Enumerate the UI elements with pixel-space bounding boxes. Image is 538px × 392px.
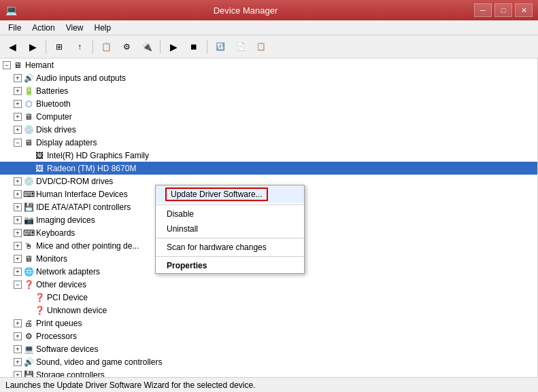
status-bar: Launches the Update Driver Software Wiza… bbox=[0, 377, 538, 392]
tree-item-other[interactable]: − ❓ Other devices bbox=[0, 278, 537, 291]
sound-icon: 🔊 bbox=[23, 357, 34, 368]
toolbar-sep4 bbox=[207, 40, 207, 54]
hid-icon: ⌨ bbox=[23, 189, 34, 200]
toolbar-help[interactable]: ▶ bbox=[164, 38, 183, 56]
tree-item-bluetooth[interactable]: + ⬡ Bluetooth bbox=[0, 97, 537, 110]
expand-sound[interactable]: + bbox=[14, 358, 22, 366]
tree-item-unknown[interactable]: ❓ Unknown device bbox=[0, 304, 537, 317]
tree-item-software[interactable]: + 💻 Software devices bbox=[0, 342, 537, 355]
tree-label-display: Display adapters bbox=[36, 138, 97, 147]
tree-label-sound: Sound, video and game controllers bbox=[36, 357, 162, 367]
expand-disk[interactable]: + bbox=[14, 126, 22, 134]
ctx-disable[interactable]: Disable bbox=[156, 207, 304, 221]
toolbar-update[interactable]: ↑ bbox=[70, 38, 89, 56]
expand-storage[interactable]: + bbox=[14, 371, 22, 378]
ctx-update-driver[interactable]: Update Driver Software... bbox=[156, 185, 304, 203]
tree-item-computer[interactable]: + 🖥 Computer bbox=[0, 110, 537, 123]
ctx-update-driver-label: Update Driver Software... bbox=[165, 188, 268, 201]
tree-item-display[interactable]: − 🖥 Display adapters bbox=[0, 136, 537, 149]
radeon-icon: 🖼 bbox=[34, 163, 45, 174]
expand-print[interactable]: + bbox=[14, 319, 22, 327]
toolbar-add[interactable]: ⚙ bbox=[117, 38, 136, 56]
tree-label-dvd: DVD/CD-ROM drives bbox=[36, 177, 113, 186]
expand-batteries[interactable]: + bbox=[14, 87, 22, 95]
toolbar-stop[interactable]: ⏹ bbox=[184, 38, 203, 56]
expand-dvd[interactable]: + bbox=[14, 177, 22, 185]
toolbar-scan[interactable]: 📋 bbox=[97, 38, 116, 56]
tree-label-imaging: Imaging devices bbox=[36, 215, 95, 225]
menu-view[interactable]: View bbox=[61, 22, 89, 34]
expand-ide[interactable]: + bbox=[14, 203, 22, 211]
expand-imaging[interactable]: + bbox=[14, 216, 22, 224]
expand-processors[interactable]: + bbox=[14, 332, 22, 340]
expand-monitors[interactable]: + bbox=[14, 255, 22, 263]
toolbar-view1[interactable]: 📄 bbox=[231, 38, 250, 56]
expand-hid[interactable]: + bbox=[14, 190, 22, 198]
minimize-button[interactable]: ─ bbox=[474, 3, 492, 17]
tree-label-mice: Mice and other pointing de... bbox=[36, 241, 139, 251]
batteries-icon: 🔋 bbox=[23, 86, 34, 96]
tree-item-batteries[interactable]: + 🔋 Batteries bbox=[0, 84, 537, 97]
toolbar-scan2[interactable]: 🔃 bbox=[211, 38, 230, 56]
toolbar-view2[interactable]: 📋 bbox=[252, 38, 271, 56]
keyboards-icon: ⌨ bbox=[23, 228, 34, 238]
tree-item-audio[interactable]: + 🔊 Audio inputs and outputs bbox=[0, 71, 537, 84]
tree-label-software: Software devices bbox=[36, 344, 98, 354]
tree-label-monitors: Monitors bbox=[36, 254, 67, 264]
tree-panel[interactable]: − 🖥 Hemant + 🔊 Audio inputs and outputs … bbox=[0, 58, 538, 377]
tree-label-print: Print queues bbox=[36, 319, 82, 328]
tree-item-pci[interactable]: ❓ PCI Device bbox=[0, 291, 537, 304]
toolbar-properties[interactable]: ⊞ bbox=[50, 38, 69, 56]
expand-software[interactable]: + bbox=[14, 345, 22, 353]
menu-action[interactable]: Action bbox=[27, 22, 60, 34]
tree-item-processors[interactable]: + ⚙ Processors bbox=[0, 329, 537, 342]
dvd-icon: 💿 bbox=[23, 176, 34, 187]
intel-icon: 🖼 bbox=[34, 150, 45, 161]
tree-item-intel[interactable]: 🖼 Intel(R) HD Graphics Family bbox=[0, 149, 537, 162]
ctx-sep3 bbox=[156, 256, 304, 257]
imaging-icon: 📷 bbox=[23, 215, 34, 226]
bluetooth-icon: ⬡ bbox=[23, 99, 34, 109]
expand-other[interactable]: − bbox=[14, 281, 22, 289]
software-icon: 💻 bbox=[23, 344, 34, 355]
tree-label-other: Other devices bbox=[36, 280, 86, 289]
ctx-scan[interactable]: Scan for hardware changes bbox=[156, 240, 304, 255]
toolbar-remove[interactable]: 🔌 bbox=[137, 38, 156, 56]
toolbar-sep2 bbox=[93, 40, 93, 54]
tree-root[interactable]: − 🖥 Hemant bbox=[0, 58, 537, 71]
tree-label-batteries: Batteries bbox=[36, 86, 68, 96]
tree-label-intel: Intel(R) HD Graphics Family bbox=[47, 151, 149, 160]
pci-icon: ❓ bbox=[34, 292, 45, 303]
expand-root[interactable]: − bbox=[3, 61, 11, 69]
expand-display[interactable]: − bbox=[14, 139, 22, 147]
menu-help[interactable]: Help bbox=[89, 22, 117, 34]
expand-mice[interactable]: + bbox=[14, 242, 22, 250]
ide-icon: 💾 bbox=[23, 202, 34, 213]
toolbar-forward[interactable]: ▶ bbox=[23, 38, 42, 56]
tree-item-sound[interactable]: + 🔊 Sound, video and game controllers bbox=[0, 355, 537, 368]
expand-network[interactable]: + bbox=[14, 268, 22, 276]
tree-item-print[interactable]: + 🖨 Print queues bbox=[0, 317, 537, 329]
ctx-properties[interactable]: Properties bbox=[156, 258, 304, 273]
storage-icon: 💾 bbox=[23, 370, 34, 378]
tree-item-storage[interactable]: + 💾 Storage controllers bbox=[0, 368, 537, 377]
ctx-uninstall[interactable]: Uninstall bbox=[156, 221, 304, 236]
expand-audio[interactable]: + bbox=[14, 74, 22, 82]
menu-file[interactable]: File bbox=[3, 22, 27, 34]
toolbar: ◀ ▶ ⊞ ↑ 📋 ⚙ 🔌 ▶ ⏹ 🔃 📄 📋 bbox=[0, 35, 538, 58]
tree-label-storage: Storage controllers bbox=[36, 370, 105, 378]
tree-item-disk[interactable]: + 💿 Disk drives bbox=[0, 123, 537, 136]
expand-keyboards[interactable]: + bbox=[14, 229, 22, 237]
tree-item-radeon[interactable]: 🖼 Radeon (TM) HD 8670M bbox=[0, 162, 537, 175]
close-button[interactable]: ✕ bbox=[515, 3, 533, 17]
expand-bluetooth[interactable]: + bbox=[14, 100, 22, 108]
maximize-button[interactable]: □ bbox=[494, 3, 512, 17]
expand-computer[interactable]: + bbox=[14, 113, 22, 121]
tree-label-ide: IDE ATA/ATAPI controllers bbox=[36, 202, 131, 212]
network-icon: 🌐 bbox=[23, 266, 34, 277]
tree-label-audio: Audio inputs and outputs bbox=[36, 73, 126, 83]
toolbar-back[interactable]: ◀ bbox=[3, 38, 22, 56]
menu-bar: File Action View Help bbox=[0, 20, 538, 35]
tree-label-processors: Processors bbox=[36, 332, 77, 341]
tree-root-label: Hemant bbox=[25, 60, 54, 70]
